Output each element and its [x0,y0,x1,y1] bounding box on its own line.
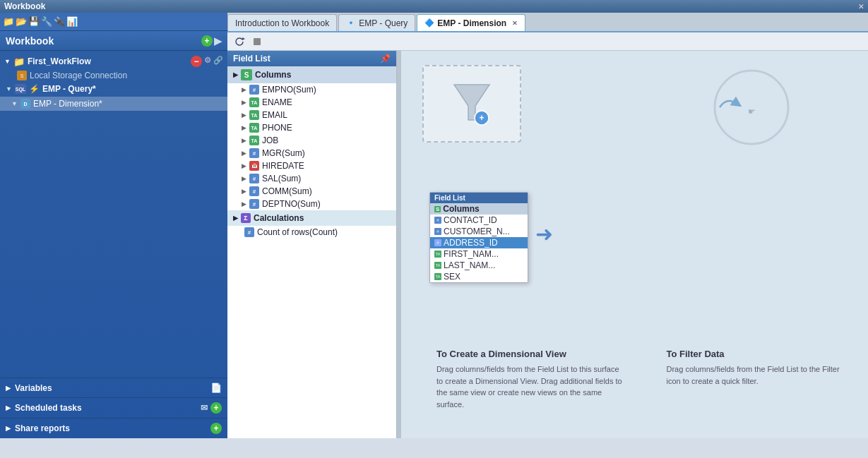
deptno-hash-icon: # [249,199,259,209]
share-arrow: ▶ [6,425,11,432]
field-item-empno[interactable]: ▶ # EMPNO(Sum) [227,83,396,96]
sidebar: 📁 📂 💾 🔧 🔌 📊 Workbook + ▶ ▼ 📁 First_WorkF… [0,13,227,438]
variables-label: Variables [15,383,52,393]
tab-emp-dim-icon: 🔷 [424,18,434,28]
tab-emp-query[interactable]: 🔹 EMP - Query [338,14,415,31]
job-label: JOB [262,135,278,145]
sal-hash-icon: # [249,174,259,183]
hiredate-label: HIREDATE [262,161,304,171]
storage-label: Local Storage Connection [30,71,127,80]
field-item-email[interactable]: ▶ TA EMAIL [227,109,396,121]
query-collapse: ▼ [6,85,12,92]
calculations-label: Calculations [254,213,304,223]
variables-arrow: ▶ [6,385,11,392]
field-item-mgr[interactable]: ▶ # MGR(Sum) [227,147,396,159]
toolbar-icon-5[interactable]: 🔌 [54,16,65,27]
calculations-section-header[interactable]: ▶ Σ Calculations [227,210,396,226]
scheduled-label: Scheduled tasks [15,403,82,413]
scheduled-tasks-section[interactable]: ▶ Scheduled tasks ✉ + [0,397,227,418]
title-bar-close[interactable]: ✕ [858,3,864,11]
toolbar-icon-2[interactable]: 📂 [16,16,27,27]
sql-icon: SQL [15,84,26,94]
job-ta-icon: TA [249,135,259,145]
field-item-sal[interactable]: ▶ # SAL(Sum) [227,172,396,185]
tab-close-btn[interactable]: ✕ [512,20,518,27]
comm-hash-icon: # [249,186,259,196]
count-label: Count of rows(Count) [257,227,338,237]
field-item-count[interactable]: # Count of rows(Count) [227,226,396,239]
field-item-job[interactable]: ▶ TA JOB [227,134,396,147]
query-label: EMP - Query* [42,84,96,94]
toolbar-icon-3[interactable]: 💾 [28,16,40,27]
help-col-filter: To Filter Data Drag columns/fields from … [667,349,855,410]
collapse-arrow: ▼ [4,58,11,65]
share-reports-section[interactable]: ▶ Share reports + [0,418,227,438]
field-list-pin-icon[interactable]: 📌 [380,54,391,64]
svg-text:☛: ☛ [748,107,756,116]
connect-icon[interactable]: 🔗 [213,56,223,67]
dimension-label: EMP - Dimension* [33,99,102,109]
variables-icon[interactable]: 📄 [210,382,222,393]
toolbar-icon-1[interactable]: 📁 [3,16,14,27]
mini-item-sex: TA SEX [430,271,528,282]
mini-item-firstname: TA FIRST_NAM... [430,248,528,260]
action-toolbar [227,32,868,51]
main-canvas: + Field List S Columns # CONTACT_ID [401,51,868,438]
sidebar-tree: ▼ 📁 First_WorkFlow − ⚙ 🔗 S Local Storage… [0,51,227,378]
title-bar: Workbook ✕ [0,0,868,13]
main-layout: 📁 📂 💾 🔧 🔌 📊 Workbook + ▶ ▼ 📁 First_WorkF… [0,13,868,438]
sidebar-header: Workbook + ▶ [0,31,227,51]
tab-emp-dim-label: EMP - Dimension [437,18,506,28]
query-item[interactable]: ▼ SQL ⚡ EMP - Query* [0,82,227,96]
add-button[interactable]: + [201,35,213,47]
email-ta-icon: TA [249,110,259,120]
empno-hash-icon: # [249,85,259,95]
workflow-item[interactable]: ▼ 📁 First_WorkFlow − ⚙ 🔗 [0,54,227,69]
tab-emp-query-icon: 🔹 [346,18,356,28]
filter-drop-icon: + [451,79,493,128]
settings-icon[interactable]: ⚙ [204,56,211,67]
calc-sum-icon: Σ [241,213,251,223]
field-item-hiredate[interactable]: ▶ 📅 HIREDATE [227,159,396,172]
drag-arrow: ➜ [535,222,553,246]
scheduled-arrow: ▶ [6,404,11,411]
sal-label: SAL(Sum) [262,174,301,183]
tab-intro[interactable]: Introduction to Workbook [227,14,337,31]
create-dimensional-desc: Drag columns/fields from the Field List … [436,363,624,410]
add-share-btn[interactable]: + [210,423,222,434]
email-label: EMAIL [262,110,287,120]
columns-label: Columns [255,70,291,80]
scheduled-mail-icon[interactable]: ✉ [201,403,208,413]
dim-collapse: ▼ [11,100,18,107]
toolbar-icon-6[interactable]: 📊 [66,16,78,27]
help-col-create: To Create a Dimensional View Drag column… [436,349,624,410]
dimension-item[interactable]: ▼ D EMP - Dimension* [0,97,227,111]
calc-expand-arrow: ▶ [233,215,238,222]
columns-section-header[interactable]: ▶ S Columns [227,66,396,83]
toolbar-icon-4[interactable]: 🔧 [41,16,52,27]
variables-section[interactable]: ▶ Variables 📄 [0,378,227,397]
tab-emp-dimension[interactable]: 🔷 EMP - Dimension ✕ [417,14,525,31]
mgr-hash-icon: # [249,148,259,158]
filter-data-title: To Filter Data [667,349,855,359]
add-scheduled-btn[interactable]: + [210,402,222,414]
mini-item-lastname: TA LAST_NAM... [430,260,528,271]
app-title: Workbook [4,1,45,11]
arrow-right-icon[interactable]: ▶ [214,35,222,47]
storage-connection[interactable]: S Local Storage Connection [0,69,227,82]
mini-field-list-header: Field List [430,193,528,203]
filter-drop-zone[interactable]: + [422,65,521,143]
field-item-deptno[interactable]: ▶ # DEPTNO(Sum) [227,198,396,210]
field-list-header: Field List 📌 [227,51,396,66]
ename-label: ENAME [262,97,292,107]
mini-field-list: Field List S Columns # CONTACT_ID # CUST… [429,192,528,283]
field-item-ename[interactable]: ▶ TA ENAME [227,96,396,109]
field-item-phone[interactable]: ▶ TA PHONE [227,121,396,134]
remove-workflow-btn[interactable]: − [191,56,202,67]
field-item-comm[interactable]: ▶ # COMM(Sum) [227,185,396,198]
storage-icon: S [17,71,27,80]
columns-s-icon: S [241,69,252,80]
action-btn-1[interactable] [232,34,247,49]
action-btn-2[interactable] [249,34,265,49]
svg-rect-1 [254,38,261,45]
